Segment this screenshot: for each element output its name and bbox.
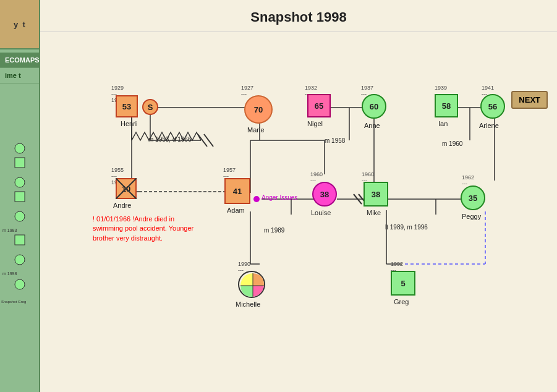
- next-button[interactable]: NEXT: [511, 91, 548, 109]
- svg-text:m 1983: m 1983: [2, 228, 17, 232]
- anne-node[interactable]: 60: [362, 94, 386, 119]
- mike-node[interactable]: 38: [364, 182, 388, 207]
- svg-text:Snapshot Greg: Snapshot Greg: [1, 300, 26, 304]
- sidebar-top-letters: y t: [14, 20, 25, 29]
- svg-line-12: [198, 134, 207, 147]
- svg-point-9: [15, 279, 25, 289]
- adam-label: Adam: [227, 207, 245, 214]
- sidebar-mini-svg: m 1983 m 1998 Snapshot Greg: [1, 136, 38, 371]
- nigel-node[interactable]: 65: [307, 94, 331, 117]
- sidebar-item-ecomaps[interactable]: ECOMAPS: [0, 53, 39, 68]
- marriage-label-2: m 1958: [325, 137, 345, 144]
- michelle-node[interactable]: [238, 271, 265, 298]
- arlene-label: Arlene: [479, 122, 499, 129]
- s-node[interactable]: S: [142, 99, 158, 115]
- greg-label: Greg: [394, 298, 409, 305]
- svg-text:m 1998: m 1998: [2, 271, 17, 276]
- henri-label: Henri: [121, 120, 137, 127]
- page-title: Snapshot 1998: [250, 9, 346, 25]
- main-content: Snapshot 1998: [40, 0, 557, 392]
- peggy-label: Peggy: [462, 213, 481, 220]
- greg-node[interactable]: 5: [391, 271, 415, 296]
- andre-cross: [116, 178, 137, 199]
- svg-rect-1: [15, 158, 25, 168]
- svg-point-4: [15, 211, 25, 221]
- sidebar-mini-genogram: m 1983 m 1998 Snapshot Greg: [1, 136, 38, 371]
- louise-label: Louise: [311, 209, 331, 216]
- marriage-label-5: lt 1989, m 1996: [385, 224, 428, 231]
- sidebar-item-ime[interactable]: ime t: [0, 68, 39, 83]
- marriage-label-3: m 1960: [442, 140, 462, 147]
- marie-node[interactable]: 70: [244, 95, 273, 124]
- andre-label: Andre: [113, 202, 131, 209]
- svg-point-7: [15, 255, 25, 265]
- michelle-pie: [239, 272, 265, 298]
- anger-issues-label: Anger Issues: [261, 194, 297, 201]
- adam-node[interactable]: 41: [224, 178, 250, 204]
- louise-node[interactable]: 38: [312, 182, 337, 207]
- arlene-node[interactable]: 56: [480, 94, 505, 119]
- svg-rect-6: [15, 235, 25, 245]
- nigel-label: Nigel: [307, 120, 323, 127]
- marriage-label-1: m 1953, d 1966: [148, 136, 192, 143]
- peggy-node[interactable]: 35: [461, 185, 485, 210]
- svg-point-0: [15, 143, 25, 153]
- marriage-label-4: m 1989: [264, 227, 284, 234]
- michelle-label: Michelle: [236, 300, 260, 308]
- henri-node[interactable]: 53: [116, 95, 138, 117]
- svg-line-13: [204, 134, 213, 147]
- ian-label: Ian: [438, 120, 448, 127]
- title-bar: Snapshot 1998: [40, 0, 557, 32]
- genogram-canvas: NEXT 1929 --- 1982 53 Henri S m 1953, d …: [40, 32, 557, 385]
- svg-rect-3: [15, 192, 25, 202]
- svg-line-28: [354, 194, 362, 204]
- mike-label: Mike: [367, 209, 381, 216]
- ian-node[interactable]: 58: [435, 94, 458, 117]
- note-text: ! 01/01/1966 !Andre died in swimming poo…: [93, 215, 195, 243]
- sidebar-top: y t: [0, 0, 39, 49]
- sidebar: y t ECOMAPS ime t m 1983 m 1998 Snapshot…: [0, 0, 40, 392]
- sidebar-menu: ECOMAPS ime t: [0, 49, 39, 87]
- marie-label: Marie: [247, 126, 265, 134]
- anne-label: Anne: [364, 122, 380, 129]
- anger-issues-dot: [253, 196, 260, 202]
- svg-point-2: [15, 177, 25, 187]
